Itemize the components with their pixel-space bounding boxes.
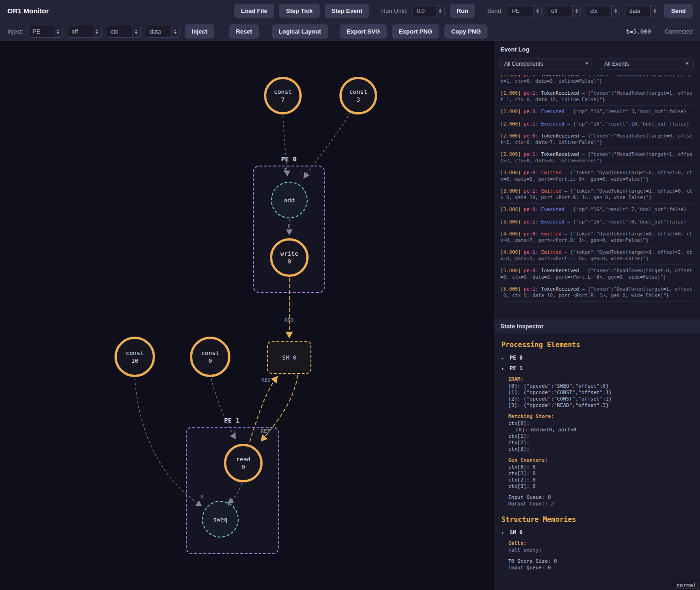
pe0-toggle[interactable]: ▸ PE 0 [501, 355, 693, 361]
port-label-l: L [228, 502, 231, 508]
log-event-name: Executed [541, 206, 565, 212]
pe1-details: IRAM: [0]: {"opcode":"SWEQ","offset":0}[… [508, 376, 693, 507]
sm-section-title: Structure Memories [501, 516, 693, 524]
spinner-icon[interactable] [132, 26, 140, 37]
mode-badge: normal [674, 582, 699, 589]
reset-button[interactable]: Reset [229, 24, 259, 39]
iram-entry: [2]: {"opcode":"CONST","offset":2} [508, 396, 693, 402]
dataflow-canvas[interactable]: PE 0 PE 1 SM 0 const 7 const 3 add write… [0, 41, 493, 590]
toolbar-primary: OR1 Monitor Load File Step Tick Step Eve… [0, 0, 700, 22]
node-sweq[interactable]: sweq [202, 501, 239, 538]
export-svg-button[interactable]: Export SVG [340, 24, 387, 39]
log-source: pe:1: [524, 286, 539, 292]
spinner-icon[interactable] [171, 26, 179, 37]
node-const-10[interactable]: const 10 [115, 337, 155, 377]
cells-label: Cells: [508, 540, 693, 546]
spinner-icon[interactable] [54, 26, 62, 37]
port-label-l: L [288, 223, 291, 229]
log-event-name: Emitted [541, 231, 562, 236]
inject-pe-select[interactable]: PE [29, 26, 63, 38]
node-const-3[interactable]: const 3 [339, 77, 377, 115]
port-label-r: R [201, 494, 204, 500]
edge-label-ret: RET [261, 428, 270, 434]
logical-layout-button[interactable]: Logical Layout [272, 24, 328, 39]
port-label-r: R [284, 167, 287, 173]
port-label-l: L [234, 430, 237, 435]
pe1-box [186, 427, 279, 554]
send-button[interactable]: Send [664, 4, 693, 18]
spinner-icon[interactable] [93, 26, 101, 37]
node-const-7[interactable]: const 7 [264, 77, 302, 115]
state-inspector-body: Processing Elements ▸ PE 0 ▾ PE 1 IRAM: … [494, 333, 700, 590]
log-timestamp: [4.000] [500, 231, 521, 236]
log-source: pe:1: [524, 219, 539, 224]
chevron-down-icon: ▾ [501, 367, 504, 371]
log-source: pe:1: [524, 90, 539, 96]
log-entry: [1.000] pe:1: TokenReceived — {"token":"… [500, 87, 694, 106]
inject-data-select[interactable]: data [146, 26, 180, 38]
log-timestamp: [1.000] [500, 75, 521, 77]
pe-section-title: Processing Elements [501, 341, 693, 349]
log-separator: — [562, 231, 570, 236]
event-log-list[interactable]: [1.000] pe:0: TokenReceived — {"token":"… [494, 75, 700, 319]
log-separator: — [579, 151, 588, 157]
component-filter-select[interactable]: All Components [499, 58, 593, 69]
node-add[interactable]: add [271, 182, 308, 218]
inject-ctx-select[interactable]: ctx [107, 26, 141, 38]
event-log-title: Event Log [494, 41, 700, 57]
log-source: pe:1: [524, 151, 539, 157]
send-pe-select[interactable]: PE [508, 5, 542, 17]
iram-entry: [3]: {"opcode":"READ","offset":3} [508, 402, 693, 409]
step-tick-button[interactable]: Step Tick [279, 4, 320, 18]
output-count-line: Output Count: 2 [508, 501, 693, 507]
log-event-name: Executed [541, 219, 565, 224]
log-separator: — [579, 133, 588, 138]
export-png-button[interactable]: Export PNG [392, 24, 439, 39]
app-title: OR1 Monitor [7, 7, 49, 15]
inject-off-select[interactable]: off [68, 26, 102, 38]
inject-button[interactable]: Inject [185, 24, 214, 39]
spinner-icon[interactable] [650, 6, 659, 17]
sm0-node[interactable]: SM 0 [267, 341, 311, 374]
log-separator: — [564, 206, 573, 212]
load-file-button[interactable]: Load File [234, 4, 274, 18]
send-off-select[interactable]: off [547, 5, 581, 17]
event-filter-select[interactable]: All Events [600, 58, 694, 69]
spinner-icon[interactable] [533, 6, 541, 17]
send-ctx-select[interactable]: ctx [586, 5, 620, 17]
run-until-input[interactable]: 0.0 [413, 5, 445, 17]
pe1-toggle[interactable]: ▾ PE 1 [501, 365, 693, 372]
port-label-l: L [300, 171, 304, 177]
log-event-name: TokenReceived [541, 268, 579, 273]
node-read-0[interactable]: read 0 [224, 444, 263, 482]
log-source: pe:1: [524, 121, 539, 126]
edge-label-req: REQ [261, 377, 270, 383]
sim-time: t=5.000 [626, 28, 651, 35]
log-entry: [1.000] pe:0: TokenReceived — {"token":"… [500, 75, 694, 87]
spinner-icon[interactable] [572, 6, 580, 17]
log-entry: [2.000] pe:0: TokenReceived — {"token":"… [500, 130, 694, 149]
node-write-0[interactable]: write 0 [270, 238, 309, 277]
send-data-select[interactable]: data [625, 5, 659, 17]
spinner-icon[interactable] [436, 6, 444, 17]
log-event-name: TokenReceived [541, 151, 579, 157]
pe0-label: PE 0 [281, 155, 297, 165]
log-event-name: TokenReceived [541, 286, 579, 292]
log-entry: [2.000] pe:1: Executed — {"op":"16","res… [500, 118, 694, 131]
gen-counters-label: Gen Counters: [508, 457, 693, 463]
log-timestamp: [5.000] [500, 268, 521, 273]
edge-label-req: REQ [284, 317, 293, 323]
step-event-button[interactable]: Step Event [325, 4, 369, 18]
log-separator: — [579, 90, 588, 96]
log-source: pe:0: [524, 109, 539, 114]
node-const-0[interactable]: const 0 [190, 337, 230, 377]
log-source: pe:0: [524, 170, 539, 175]
t0-store-line: T0 Store Size: 0 [508, 558, 693, 565]
run-button[interactable]: Run [450, 4, 475, 18]
sm0-toggle[interactable]: ▾ SM 0 [501, 529, 693, 536]
run-until-label: Run Until: [381, 7, 407, 14]
copy-png-button[interactable]: Copy PNG [444, 24, 488, 39]
input-queue-line: Input Queue: 0 [508, 494, 693, 501]
iram-label: IRAM: [508, 376, 693, 382]
spinner-icon[interactable] [611, 6, 620, 17]
